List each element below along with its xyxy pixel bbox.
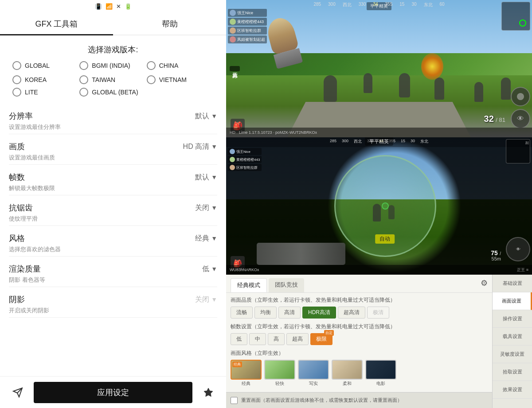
style-thumb-soft[interactable]: 柔和 xyxy=(332,360,363,387)
setting-shadow[interactable]: 阴影 关闭 ▼ 开启或关闭阴影 xyxy=(9,288,217,318)
setting-name-render-quality: 渲染质量 xyxy=(9,264,41,274)
setting-render-quality[interactable]: 渲染质量 低 ▼ 阴影 着色器等 xyxy=(9,257,217,287)
range-display: 55m xyxy=(492,256,501,261)
player-list: 强王Nice 黄橙橙橙橙443 区班智乾拉群 凤姐被智划起超 xyxy=(228,9,267,43)
radio-label-china: CHINA xyxy=(159,62,179,69)
ingame-menu: ⚙ ✕ 经典模式 团队竞技 基础设置 画面设置 操作设置 载具设置 灵敏度设置 … xyxy=(226,275,532,408)
radio-lite[interactable]: LITE xyxy=(12,88,79,97)
fps-btn-high[interactable]: 高 xyxy=(268,333,285,345)
ingame-right-tab-vehicle[interactable]: 载具设置 xyxy=(493,328,532,346)
setting-fps[interactable]: 帧数 默认 ▼ 解锁最大帧数极限 xyxy=(9,166,217,195)
ingame-right-tab-sensitivity[interactable]: 灵敏度设置 xyxy=(493,346,532,363)
mid-minimap: 副 xyxy=(506,139,530,163)
fps-badge: 自定 xyxy=(324,330,334,336)
radio-circle-global xyxy=(12,61,21,70)
setting-value-graphics: HD 高清 xyxy=(183,142,210,152)
radio-taiwan[interactable]: TAIWAN xyxy=(79,75,146,84)
ingame-right-tab-basic[interactable]: 基础设置 xyxy=(493,275,532,292)
fps-btn-mid[interactable]: 中 xyxy=(249,333,266,345)
setting-resolution[interactable]: 分辨率 默认 ▼ 设置游戏最佳分辨率 xyxy=(9,105,217,134)
battery-icon: 🔋 xyxy=(125,3,132,10)
quality-btn-hd[interactable]: 高清 xyxy=(278,307,301,319)
setting-value-area-shadow: 关闭 ▼ xyxy=(195,295,217,304)
apply-button[interactable]: 应用设定 xyxy=(34,382,192,403)
bottom-bar: 应用设定 xyxy=(0,376,226,408)
radio-circle-taiwan xyxy=(79,75,88,84)
screenshot-mid: 自动 285 300 西北 330 34 355 15 30 东北 强王Nice xyxy=(226,137,532,275)
ingame-right-tab-controls[interactable]: 操作设置 xyxy=(493,310,532,328)
ingame-right-tab-graphics[interactable]: 画面设置 xyxy=(493,292,532,310)
star-button[interactable] xyxy=(200,384,217,401)
chevron-down-icon-shadow: ▼ xyxy=(211,296,217,303)
radio-global[interactable]: GLOBAL xyxy=(12,61,79,70)
style-thumb-real[interactable]: 写实 xyxy=(298,360,329,387)
radio-korea[interactable]: KOREA xyxy=(12,75,79,84)
tab-gfx-toolbox[interactable]: GFX 工具箱 xyxy=(0,12,113,35)
style-thumb-light[interactable]: 轻快 xyxy=(264,360,295,387)
style-thumb-cinema[interactable]: 电影 xyxy=(365,360,396,387)
setting-value-area-graphics: HD 高清 ▼ xyxy=(183,142,217,152)
quality-btn-smooth[interactable]: 流畅 xyxy=(231,307,253,319)
style-section-title: 画面风格（立即生效） xyxy=(231,350,488,357)
send-button[interactable] xyxy=(9,384,27,401)
setting-value-area-style: 经典 ▼ xyxy=(195,234,217,243)
setting-name-style: 风格 xyxy=(9,233,25,244)
setting-name-fps: 帧数 xyxy=(9,172,25,183)
ingame-content-area: 画面品质（立即生效，若运行卡顿、发热量和耗电量过大可适当降低） 流畅 均衡 高清… xyxy=(226,293,532,394)
setting-desc-shadow: 开启或关闭阴影 xyxy=(9,307,217,315)
ingame-tab-classic[interactable]: 经典模式 xyxy=(231,278,267,292)
radio-china[interactable]: CHINA xyxy=(147,61,214,70)
version-radio-grid: GLOBAL BGMI (INDIA) CHINA KOREA TAIWAN V… xyxy=(9,61,217,84)
ingame-settings-icon[interactable]: ⚙ xyxy=(481,278,488,288)
status-bar: 📳 📶 ✕ 🔋 xyxy=(0,0,226,12)
setting-graphics[interactable]: 画质 HD 高清 ▼ 设置游戏最佳画质 xyxy=(9,135,217,165)
tab-bar: GFX 工具箱 帮助 xyxy=(0,12,226,35)
chevron-down-icon-render-quality: ▼ xyxy=(211,265,217,272)
reset-checkbox[interactable] xyxy=(231,397,238,404)
setting-name-resolution: 分辨率 xyxy=(9,111,33,121)
radio-bgmi[interactable]: BGMI (INDIA) xyxy=(79,61,146,70)
ingame-right-tab-pickup[interactable]: 拾取设置 xyxy=(493,363,532,381)
wifi-icon: 📶 xyxy=(106,3,113,10)
screenshot-bottom: ⚙ ✕ 经典模式 团队竞技 基础设置 画面设置 操作设置 载具设置 灵敏度设置 … xyxy=(226,275,532,408)
tab-help[interactable]: 帮助 xyxy=(113,12,226,35)
radio-circle-global-beta xyxy=(79,88,88,97)
fps-btn-low[interactable]: 低 xyxy=(231,333,247,345)
chevron-down-icon-antialiasing: ▼ xyxy=(211,204,217,211)
right-panel: 第三人称 平平精英 强王Nice 黄橙橙橙橙443 区班智乾拉群 凤姐被智划起超 xyxy=(226,0,532,408)
setting-style[interactable]: 风格 经典 ▼ 选择您喜欢的滤色器 xyxy=(9,227,217,256)
radio-label-taiwan: TAIWAN xyxy=(92,76,115,83)
quality-buttons: 流畅 均衡 高清 HDR高清 超高清 极清 xyxy=(231,307,488,319)
reset-bar: 重置画面（若画面设置后游戏体验不佳，或需恢复默认设置，请重置画面） xyxy=(226,392,492,408)
style-thumb-classic[interactable]: 经典 经典 xyxy=(231,360,262,387)
setting-value-area-resolution: 默认 ▼ xyxy=(195,112,217,121)
vibrate-icon: 📳 xyxy=(95,3,102,10)
quality-btn-ultra[interactable]: 超高清 xyxy=(338,307,365,319)
setting-name-graphics: 画质 xyxy=(9,141,25,152)
radio-circle-korea xyxy=(12,75,21,84)
style-thumbnails: 经典 经典 轻快 写实 柔和 xyxy=(231,360,488,387)
ingame-tab-team[interactable]: 团队竞技 xyxy=(269,278,304,292)
fps-btn-ultra[interactable]: 超高 xyxy=(286,333,309,345)
radio-vietnam[interactable]: VIETNAM xyxy=(147,75,214,84)
quality-btn-extreme[interactable]: 极清 xyxy=(367,307,389,319)
radio-circle-vietnam xyxy=(147,75,156,84)
chevron-down-icon-style: ▼ xyxy=(211,235,217,242)
radio-global-beta[interactable]: GLOBAL (BETA) xyxy=(79,88,146,97)
quality-btn-balanced[interactable]: 均衡 xyxy=(254,307,277,319)
close-icon: ✕ xyxy=(116,3,121,10)
setting-antialiasing[interactable]: 抗锯齿 关闭 ▼ 使纹理平滑 xyxy=(9,196,217,226)
fps-btn-extreme[interactable]: 极限 自定 xyxy=(310,333,332,345)
setting-value-antialiasing: 关闭 xyxy=(195,203,209,213)
setting-desc-antialiasing: 使纹理平滑 xyxy=(9,215,217,223)
screenshot-top: 第三人称 平平精英 强王Nice 黄橙橙橙橙443 区班智乾拉群 凤姐被智划起超 xyxy=(226,0,532,137)
minimap xyxy=(501,2,530,31)
ingame-right-tab-effects[interactable]: 效果设置 xyxy=(493,381,532,399)
fps-buttons: 低 中 高 超高 极限 自定 xyxy=(231,333,488,345)
setting-value-fps: 默认 xyxy=(195,173,209,182)
radio-circle-lite xyxy=(12,88,21,97)
setting-value-style: 经典 xyxy=(195,234,209,243)
setting-value-shadow: 关闭 xyxy=(195,295,209,304)
radio-label-korea: KOREA xyxy=(25,76,47,83)
quality-btn-hdr[interactable]: HDR高清 xyxy=(302,307,336,319)
